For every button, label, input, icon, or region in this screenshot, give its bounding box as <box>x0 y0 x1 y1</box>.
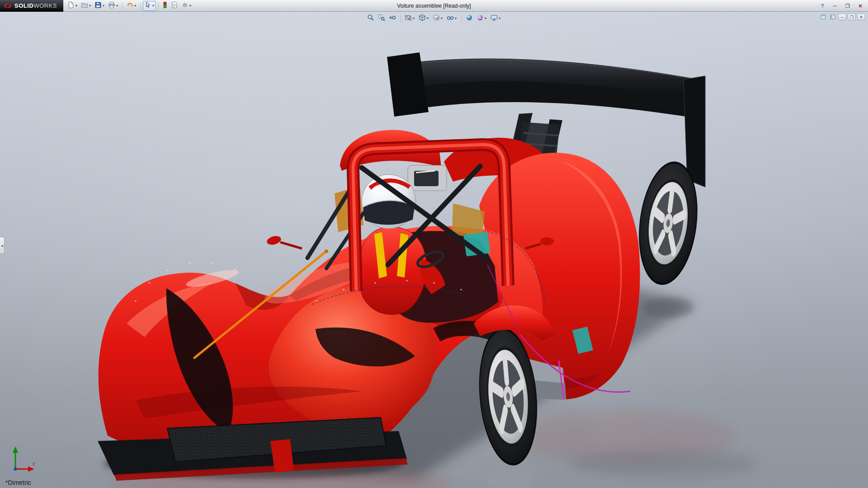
zoom-to-fit-icon <box>367 14 374 23</box>
3ds-logo-icon <box>4 2 12 9</box>
document-window-controls: ─ ❐ ✕ <box>819 14 865 20</box>
close-button[interactable]: ✕ <box>854 1 866 10</box>
taskpane-tab-icon-1[interactable] <box>819 14 827 20</box>
dropdown-caret-icon[interactable]: ▾ <box>75 4 78 8</box>
dropdown-caret-icon[interactable]: ▾ <box>484 17 487 20</box>
view-orientation-button[interactable]: ▾ <box>417 14 430 23</box>
hide-show-items-icon <box>447 14 454 23</box>
dropdown-caret-icon[interactable]: ▾ <box>412 17 415 20</box>
display-style-icon <box>433 14 440 23</box>
dropdown-caret-icon[interactable]: ▾ <box>426 17 429 20</box>
view-orientation-label: *Dimetric <box>5 479 31 486</box>
zoom-to-area-icon <box>378 14 385 23</box>
view-orientation-icon <box>419 14 426 23</box>
titlebar: SOLIDWORKS ▾ ▾ ▾ ▾ <box>0 0 868 12</box>
open-folder-icon <box>81 1 88 10</box>
dropdown-caret-icon[interactable]: ▾ <box>498 17 501 20</box>
rebuild-icon <box>162 1 168 10</box>
select-cursor-icon <box>144 1 151 10</box>
triad-x-label: x <box>33 461 35 466</box>
solidworks-brand: SOLIDWORKS <box>0 0 63 12</box>
document-minimize-button[interactable]: ─ <box>838 14 846 20</box>
save-icon <box>94 1 102 10</box>
maximize-button[interactable]: ❐ <box>842 1 854 10</box>
dropdown-caret-icon[interactable]: ▾ <box>116 4 118 8</box>
select-button[interactable]: ▾ <box>143 1 156 11</box>
minimize-button[interactable]: ─ <box>829 1 841 10</box>
featuremanager-collapse-handle[interactable]: ◀ <box>0 237 5 254</box>
new-document-icon <box>67 1 75 10</box>
view-settings-icon <box>491 14 498 23</box>
document-close-button[interactable]: ✕ <box>857 14 865 20</box>
heads-up-view-toolbar: ▾ ▾ ▾ ▾ <box>364 13 504 24</box>
brand-text-solid: SOLID <box>14 2 33 9</box>
window-controls: ? ─ ❐ ✕ <box>816 0 866 12</box>
display-style-button[interactable]: ▾ <box>431 14 444 23</box>
toolbar-separator <box>461 14 462 23</box>
graphics-area[interactable]: ▾ ▾ ▾ ▾ <box>0 12 868 488</box>
dropdown-caret-icon[interactable]: ▾ <box>440 17 443 20</box>
toolbar-separator <box>122 2 123 10</box>
rebuild-button[interactable] <box>161 1 169 11</box>
view-settings-button[interactable]: ▾ <box>489 14 502 23</box>
section-view-button[interactable]: ▾ <box>403 14 416 23</box>
open-button[interactable]: ▾ <box>80 1 93 11</box>
right-mirror <box>540 237 554 245</box>
options-button[interactable]: ▾ <box>180 1 193 11</box>
help-button[interactable]: ? <box>816 1 828 10</box>
brand-text-works: WORKS <box>33 2 57 9</box>
undo-button[interactable]: ▾ <box>125 1 138 11</box>
file-properties-button[interactable] <box>170 1 179 11</box>
apply-scene-button[interactable]: ▾ <box>475 14 488 23</box>
dropdown-caret-icon[interactable]: ▾ <box>102 4 105 8</box>
toolbar-separator <box>400 14 401 23</box>
document-restore-button[interactable]: ❐ <box>848 14 856 20</box>
window-title: Voiture assemblee [Read-only] <box>397 3 471 9</box>
taskpane-tab-icon-2[interactable] <box>829 14 837 20</box>
section-view-icon <box>405 14 412 23</box>
dropdown-caret-icon[interactable]: ▾ <box>454 17 457 20</box>
hide-show-items-button[interactable]: ▾ <box>445 14 458 23</box>
dropdown-caret-icon[interactable]: ▾ <box>134 4 137 8</box>
edit-appearance-button[interactable] <box>464 14 474 23</box>
apply-scene-icon <box>476 14 484 23</box>
dropdown-caret-icon[interactable]: ▾ <box>152 4 155 8</box>
toolbar-separator <box>158 2 159 10</box>
main-toolbar: ▾ ▾ ▾ ▾ ▾ <box>63 0 196 12</box>
save-button[interactable]: ▾ <box>93 1 106 11</box>
reference-triad: x <box>7 443 39 474</box>
zoom-to-area-button[interactable] <box>377 14 387 23</box>
file-properties-icon <box>171 1 178 10</box>
edit-appearance-icon <box>466 14 473 23</box>
previous-view-icon <box>389 14 396 23</box>
dropdown-caret-icon[interactable]: ▾ <box>89 4 91 8</box>
previous-view-button[interactable] <box>387 14 397 23</box>
new-document-button[interactable]: ▾ <box>66 1 79 11</box>
zoom-to-fit-button[interactable] <box>366 14 376 23</box>
3d-scene[interactable] <box>0 12 868 488</box>
print-icon <box>108 1 115 10</box>
toolbar-separator <box>140 2 141 10</box>
dropdown-caret-icon[interactable]: ▾ <box>189 4 192 8</box>
options-gear-icon <box>181 1 189 10</box>
print-button[interactable]: ▾ <box>107 1 120 11</box>
undo-icon <box>126 1 133 10</box>
